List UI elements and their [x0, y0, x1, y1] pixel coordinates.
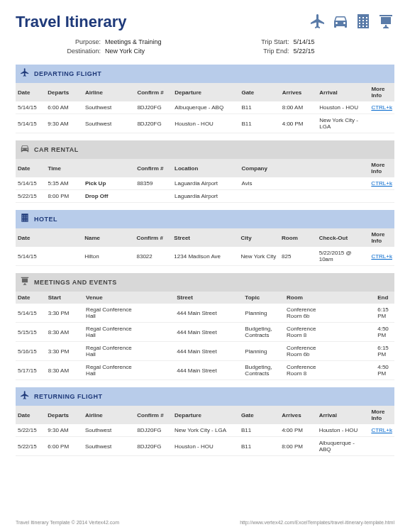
col-header: Confirm #: [135, 159, 172, 177]
col-header: Confirm #: [135, 83, 172, 101]
more-info-link[interactable]: CTRL+k: [371, 104, 392, 111]
table-cell[interactable]: CTRL+k: [369, 424, 394, 437]
col-header: [83, 159, 135, 177]
table-cell: 1234 Madison Ave: [172, 247, 238, 266]
table-cell: 6:15 PM: [375, 304, 394, 323]
table-cell: 6:00 AM: [45, 101, 83, 114]
col-header: [318, 159, 370, 177]
table-cell: 8DJ20FG: [135, 424, 172, 437]
col-header: Start: [46, 292, 84, 304]
table-cell: 5/14/15: [16, 114, 45, 133]
section-header-departing: DEPARTING FLIGHT: [16, 65, 394, 83]
table-cell: [322, 323, 375, 342]
col-header: More Info: [369, 406, 394, 424]
table-cell: 4:50 PM: [375, 323, 394, 342]
header: Travel Itinerary: [16, 13, 394, 33]
table-cell: [45, 247, 82, 266]
table-cell: Budgeting, Contracts: [243, 361, 284, 380]
airplane-icon: [20, 67, 30, 80]
col-header: Departure: [172, 406, 239, 424]
section-meetings: MEETINGS AND EVENTS DateStartVenueStreet…: [16, 273, 394, 380]
footer: Travel Itinerary Template © 2014 Vertex4…: [16, 520, 394, 525]
section-title: CAR RENTAL: [34, 146, 79, 153]
table-cell: 88359: [135, 177, 172, 190]
col-header: Confirm #: [135, 406, 172, 424]
table-cell: Albuquerque - ABQ: [317, 437, 370, 456]
more-info-link[interactable]: CTRL+k: [371, 253, 392, 260]
more-info-link[interactable]: CTRL+k: [371, 427, 392, 433]
table-cell: Houston - HOU: [317, 424, 370, 437]
table-cell: 5/22/15: [16, 190, 45, 203]
col-header: Company: [240, 159, 281, 177]
table-cell: Southwest: [83, 437, 135, 456]
section-header-hotel: HOTEL: [16, 210, 394, 228]
col-header: Airline: [83, 83, 135, 101]
table-row: 5/22/158:00 PMDrop OffLaguardia Airport: [16, 190, 394, 203]
table-cell: Planning: [243, 304, 284, 323]
table-cell: 8:00 PM: [279, 437, 317, 456]
col-header: Arrives: [279, 406, 317, 424]
table-row: 5/17/158:30 AMRegal Conference Hall444 M…: [16, 361, 394, 380]
table-row: 5/16/153:30 PMRegal Conference Hall444 M…: [16, 342, 394, 361]
col-header: Airline: [83, 406, 135, 424]
table-cell: 9:30 AM: [45, 424, 83, 437]
table-car: DateTimeConfirm #LocationCompanyMore Inf…: [16, 159, 394, 203]
table-cell: Houston - HOU: [172, 437, 239, 456]
table-cell: Drop Off: [83, 190, 135, 203]
table-cell: 8:00 PM: [45, 190, 83, 203]
table-row: 5/22/159:30 AMSouthwest8DJ20FGNew York C…: [16, 424, 394, 437]
table-cell: 444 Main Street: [174, 361, 243, 380]
table-cell: Regal Conference Hall: [84, 361, 137, 380]
col-header: [137, 292, 174, 304]
table-cell: 5/16/15: [16, 342, 46, 361]
col-header: [45, 228, 82, 247]
col-header: Name: [82, 228, 134, 247]
table-cell: 8:30 AM: [46, 361, 84, 380]
table-cell: 5/14/15: [16, 177, 45, 190]
table-cell: 5/22/2015 @ 10am: [317, 247, 370, 266]
table-cell: Regal Conference Hall: [84, 304, 137, 323]
presentation-icon: [20, 276, 30, 289]
col-header: Date: [16, 228, 45, 247]
building-icon: [355, 13, 372, 33]
table-cell: Conference Room 8: [284, 361, 322, 380]
table-row: 5/14/153:30 PMRegal Conference Hall444 M…: [16, 304, 394, 323]
table-cell: 5/17/15: [16, 361, 46, 380]
table-cell: New York City: [239, 247, 280, 266]
car-icon: [332, 13, 349, 33]
table-cell: 6:15 PM: [375, 342, 394, 361]
table-cell: [240, 190, 281, 203]
table-cell: Conference Room 6b: [284, 342, 322, 361]
more-info-link[interactable]: CTRL+k: [371, 180, 392, 187]
table-hotel: DateNameConfirm #StreetCityRoomCheck-Out…: [16, 228, 394, 266]
table-cell: [369, 190, 394, 203]
table-cell: Laguardia Airport: [172, 177, 239, 190]
col-header: Confirm #: [135, 228, 172, 247]
table-cell: [318, 190, 370, 203]
col-header: Arrival: [317, 406, 370, 424]
table-cell: B11: [239, 437, 279, 456]
destination-value: New York City: [105, 48, 145, 55]
table-row: 5/14/15Hilton830221234 Madison AveNew Yo…: [16, 247, 394, 266]
table-cell: B11: [239, 114, 279, 133]
table-cell: 825: [279, 247, 317, 266]
col-header: End: [375, 292, 394, 304]
page-title: Travel Itinerary: [16, 13, 127, 31]
table-cell: 4:00 PM: [279, 424, 317, 437]
table-cell: [318, 177, 370, 190]
table-cell[interactable]: CTRL+k: [369, 177, 394, 190]
table-cell: [281, 190, 318, 203]
table-cell: [322, 361, 375, 380]
trip-start-value: 5/14/15: [294, 38, 315, 45]
table-cell[interactable]: CTRL+k: [369, 101, 394, 114]
table-cell: New York City - LGA: [172, 424, 239, 437]
table-cell: [322, 342, 375, 361]
table-row: 5/22/156:00 PMSouthwest8DJ20FGHouston - …: [16, 437, 394, 456]
table-cell: [369, 437, 394, 456]
table-cell[interactable]: CTRL+k: [369, 247, 394, 266]
table-cell: Houston - HOU: [317, 101, 369, 114]
table-cell: 3:30 PM: [46, 304, 84, 323]
table-cell: B11: [239, 424, 279, 437]
section-title: DEPARTING FLIGHT: [34, 70, 101, 77]
table-cell: Avis: [240, 177, 281, 190]
